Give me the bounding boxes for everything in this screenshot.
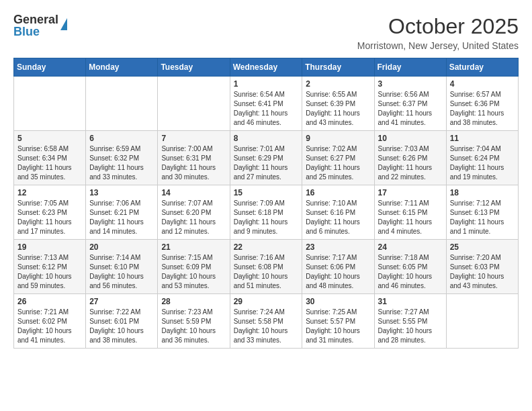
day-info: Sunrise: 7:09 AMSunset: 6:18 PMDaylight:…: [234, 199, 299, 236]
day-info: Sunrise: 7:15 AMSunset: 6:09 PMDaylight:…: [161, 253, 226, 291]
day-number: 31: [378, 297, 443, 306]
calendar-day-17: 17Sunrise: 7:11 AMSunset: 6:15 PMDayligh…: [374, 185, 446, 240]
calendar-day-26: 26Sunrise: 7:21 AMSunset: 6:02 PMDayligh…: [14, 294, 86, 349]
calendar-day-8: 8Sunrise: 7:01 AMSunset: 6:29 PMDaylight…: [230, 131, 302, 185]
day-number: 22: [234, 242, 299, 252]
day-number: 6: [89, 134, 154, 143]
day-number: 12: [17, 188, 82, 197]
day-info: Sunrise: 7:24 AMSunset: 5:58 PMDaylight:…: [234, 308, 299, 345]
day-number: 2: [306, 79, 370, 89]
calendar-day-7: 7Sunrise: 7:00 AMSunset: 6:31 PMDaylight…: [158, 131, 230, 185]
calendar-day-9: 9Sunrise: 7:02 AMSunset: 6:27 PMDaylight…: [302, 131, 374, 185]
calendar-day-30: 30Sunrise: 7:25 AMSunset: 5:57 PMDayligh…: [302, 294, 374, 349]
month-title: October 2025: [357, 13, 519, 39]
day-number: 28: [161, 297, 226, 306]
day-number: 1: [234, 79, 299, 89]
day-info: Sunrise: 7:25 AMSunset: 5:57 PMDaylight:…: [306, 308, 370, 345]
calendar-day-15: 15Sunrise: 7:09 AMSunset: 6:18 PMDayligh…: [230, 185, 302, 240]
day-info: Sunrise: 7:05 AMSunset: 6:23 PMDaylight:…: [17, 199, 82, 236]
calendar-day-31: 31Sunrise: 7:27 AMSunset: 5:55 PMDayligh…: [374, 294, 446, 349]
day-info: Sunrise: 7:21 AMSunset: 6:02 PMDaylight:…: [17, 308, 82, 345]
calendar-day-1: 1Sunrise: 6:54 AMSunset: 6:41 PMDaylight…: [230, 77, 302, 131]
calendar-day-6: 6Sunrise: 6:59 AMSunset: 6:32 PMDaylight…: [86, 131, 158, 185]
day-info: Sunrise: 6:55 AMSunset: 6:39 PMDaylight:…: [306, 90, 370, 128]
logo-general-text: General: [13, 13, 58, 26]
calendar-week-row: 5Sunrise: 6:58 AMSunset: 6:34 PMDaylight…: [14, 131, 519, 185]
day-number: 29: [234, 297, 299, 306]
day-info: Sunrise: 7:01 AMSunset: 6:29 PMDaylight:…: [234, 144, 299, 182]
calendar-week-row: 12Sunrise: 7:05 AMSunset: 6:23 PMDayligh…: [14, 185, 519, 240]
day-number: 5: [17, 134, 82, 143]
day-info: Sunrise: 7:03 AMSunset: 6:26 PMDaylight:…: [378, 144, 443, 182]
day-info: Sunrise: 7:00 AMSunset: 6:31 PMDaylight:…: [161, 144, 226, 182]
day-info: Sunrise: 7:07 AMSunset: 6:20 PMDaylight:…: [161, 199, 226, 236]
day-number: 11: [450, 134, 515, 143]
calendar-day-25: 25Sunrise: 7:20 AMSunset: 6:03 PMDayligh…: [446, 240, 518, 294]
day-number: 20: [89, 242, 154, 252]
calendar-empty-cell: [86, 77, 158, 131]
day-info: Sunrise: 7:18 AMSunset: 6:05 PMDaylight:…: [378, 253, 443, 291]
day-number: 9: [306, 134, 370, 143]
calendar-day-22: 22Sunrise: 7:16 AMSunset: 6:08 PMDayligh…: [230, 240, 302, 294]
calendar-day-21: 21Sunrise: 7:15 AMSunset: 6:09 PMDayligh…: [158, 240, 230, 294]
day-number: 27: [89, 297, 154, 306]
day-number: 15: [234, 188, 299, 197]
day-info: Sunrise: 7:27 AMSunset: 5:55 PMDaylight:…: [378, 308, 443, 345]
day-info: Sunrise: 6:54 AMSunset: 6:41 PMDaylight:…: [234, 90, 299, 128]
title-area: October 2025 Morristown, New Jersey, Uni…: [357, 13, 519, 51]
day-info: Sunrise: 7:13 AMSunset: 6:12 PMDaylight:…: [17, 253, 82, 291]
page-header: General Blue October 2025 Morristown, Ne…: [13, 13, 519, 51]
day-info: Sunrise: 7:12 AMSunset: 6:13 PMDaylight:…: [450, 199, 515, 236]
day-number: 14: [161, 188, 226, 197]
day-info: Sunrise: 6:57 AMSunset: 6:36 PMDaylight:…: [450, 90, 515, 128]
calendar-day-27: 27Sunrise: 7:22 AMSunset: 6:01 PMDayligh…: [86, 294, 158, 349]
calendar-empty-cell: [14, 77, 86, 131]
day-info: Sunrise: 6:56 AMSunset: 6:37 PMDaylight:…: [378, 90, 443, 128]
header-sunday: Sunday: [14, 58, 86, 77]
header-saturday: Saturday: [446, 58, 518, 77]
calendar-week-row: 26Sunrise: 7:21 AMSunset: 6:02 PMDayligh…: [14, 294, 519, 349]
calendar-day-14: 14Sunrise: 7:07 AMSunset: 6:20 PMDayligh…: [158, 185, 230, 240]
day-number: 8: [234, 134, 299, 143]
calendar-day-4: 4Sunrise: 6:57 AMSunset: 6:36 PMDaylight…: [446, 77, 518, 131]
calendar-table: SundayMondayTuesdayWednesdayThursdayFrid…: [13, 58, 519, 349]
calendar-empty-cell: [158, 77, 230, 131]
calendar-day-20: 20Sunrise: 7:14 AMSunset: 6:10 PMDayligh…: [86, 240, 158, 294]
calendar-day-5: 5Sunrise: 6:58 AMSunset: 6:34 PMDaylight…: [14, 131, 86, 185]
day-number: 17: [378, 188, 443, 197]
day-info: Sunrise: 7:20 AMSunset: 6:03 PMDaylight:…: [450, 253, 515, 291]
day-number: 16: [306, 188, 370, 197]
calendar-day-12: 12Sunrise: 7:05 AMSunset: 6:23 PMDayligh…: [14, 185, 86, 240]
logo-blue-text: Blue: [13, 26, 58, 38]
calendar-day-2: 2Sunrise: 6:55 AMSunset: 6:39 PMDaylight…: [302, 77, 374, 131]
calendar-day-24: 24Sunrise: 7:18 AMSunset: 6:05 PMDayligh…: [374, 240, 446, 294]
day-number: 10: [378, 134, 443, 143]
header-monday: Monday: [86, 58, 158, 77]
calendar-day-10: 10Sunrise: 7:03 AMSunset: 6:26 PMDayligh…: [374, 131, 446, 185]
calendar-day-13: 13Sunrise: 7:06 AMSunset: 6:21 PMDayligh…: [86, 185, 158, 240]
day-number: 3: [378, 79, 443, 89]
calendar-day-23: 23Sunrise: 7:17 AMSunset: 6:06 PMDayligh…: [302, 240, 374, 294]
header-friday: Friday: [374, 58, 446, 77]
calendar-week-row: 19Sunrise: 7:13 AMSunset: 6:12 PMDayligh…: [14, 240, 519, 294]
day-number: 21: [161, 242, 226, 252]
header-tuesday: Tuesday: [158, 58, 230, 77]
day-number: 18: [450, 188, 515, 197]
day-info: Sunrise: 7:04 AMSunset: 6:24 PMDaylight:…: [450, 144, 515, 182]
day-number: 7: [161, 134, 226, 143]
calendar-day-11: 11Sunrise: 7:04 AMSunset: 6:24 PMDayligh…: [446, 131, 518, 185]
day-info: Sunrise: 7:22 AMSunset: 6:01 PMDaylight:…: [89, 308, 154, 345]
day-number: 19: [17, 242, 82, 252]
calendar-header-row: SundayMondayTuesdayWednesdayThursdayFrid…: [14, 58, 519, 77]
day-number: 24: [378, 242, 443, 252]
day-info: Sunrise: 7:10 AMSunset: 6:16 PMDaylight:…: [306, 199, 370, 236]
calendar-day-28: 28Sunrise: 7:23 AMSunset: 5:59 PMDayligh…: [158, 294, 230, 349]
day-number: 23: [306, 242, 370, 252]
day-number: 30: [306, 297, 370, 306]
day-number: 25: [450, 242, 515, 252]
calendar-day-19: 19Sunrise: 7:13 AMSunset: 6:12 PMDayligh…: [14, 240, 86, 294]
header-wednesday: Wednesday: [230, 58, 302, 77]
calendar-empty-cell: [446, 294, 518, 349]
day-info: Sunrise: 7:14 AMSunset: 6:10 PMDaylight:…: [89, 253, 154, 291]
day-info: Sunrise: 6:59 AMSunset: 6:32 PMDaylight:…: [89, 144, 154, 182]
